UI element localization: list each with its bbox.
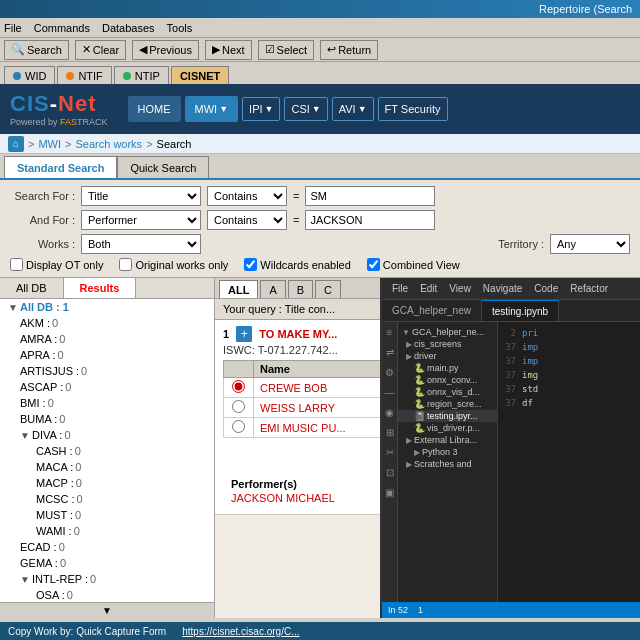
ide-tree-main[interactable]: 🐍 main.py [398,362,497,374]
results-tab-b[interactable]: B [288,280,313,298]
combined-view-checkbox[interactable] [367,258,380,271]
menu-tools[interactable]: Tools [167,22,193,34]
ide-menu-code[interactable]: Code [530,283,562,294]
search-for-select[interactable]: Title [81,186,201,206]
ide-menu-navigate[interactable]: Navigate [479,283,526,294]
breadcrumb-mwi[interactable]: MWI [38,138,61,150]
tree-item-macp[interactable]: MACP : 0 [0,475,214,491]
breadcrumb-search-works[interactable]: Search works [75,138,142,150]
tree-item-amra[interactable]: AMRA : 0 [0,331,214,347]
and-for-select[interactable]: Performer [81,210,201,230]
tree-item-buma[interactable]: BUMA : 0 [0,411,214,427]
ide-tree-cis-screens[interactable]: ▶ cis_screens [398,338,497,350]
tab-standard-search[interactable]: Standard Search [4,156,117,178]
radio-cell-2[interactable] [224,398,254,418]
ide-menu-refactor[interactable]: Refactor [566,283,612,294]
tree-item-artisjus[interactable]: ARTISJUS : 0 [0,363,214,379]
menu-databases[interactable]: Databases [102,22,155,34]
clear-button[interactable]: ✕ Clear [75,40,126,60]
ide-icon-grid[interactable]: ⊞ [384,426,396,438]
ide-tab-testing[interactable]: testing.ipynb [482,300,559,321]
tree-item-gema[interactable]: GEMA : 0 [0,555,214,571]
nav-csi[interactable]: CSI ▼ [284,97,327,121]
result-add-button[interactable]: + [236,326,252,342]
nav-ft-security[interactable]: FT Security [378,97,448,121]
ide-tree-region[interactable]: 🐍 region_scre... [398,398,497,410]
search-contains-1[interactable]: Contains [207,186,287,206]
ide-icon-explorer[interactable]: ≡ [384,326,396,338]
nav-ipi[interactable]: IPI ▼ [242,97,280,121]
ide-tree-testing[interactable]: 📓 testing.ipyr... [398,410,497,422]
ide-icon-scissors[interactable]: ✂ [384,446,396,458]
tab-cisnet[interactable]: CISNET [171,66,229,84]
tree-root-item[interactable]: ▼ All DB : 1 [0,299,214,315]
menu-file[interactable]: File [4,22,22,34]
tree-item-osa[interactable]: OSA : 0 [0,587,214,602]
ide-tree-onnx-conv[interactable]: 🐍 onnx_conv... [398,374,497,386]
search-contains-2[interactable]: Contains [207,210,287,230]
tree-item-must[interactable]: MUST : 0 [0,507,214,523]
tree-item-intl-rep[interactable]: ▼ INTL-REP : 0 [0,571,214,587]
tree-item-ecad[interactable]: ECAD : 0 [0,539,214,555]
wildcards-checkbox[interactable] [244,258,257,271]
bottom-link[interactable]: https://cisnet.cisac.org/C... [182,626,299,637]
results-tab-all[interactable]: ALL [219,280,258,298]
nav-avi[interactable]: AVI ▼ [332,97,374,121]
ide-tree-onnx-vis[interactable]: 🐍 onnx_vis_d... [398,386,497,398]
results-tab-c[interactable]: C [315,280,341,298]
ide-icon-circle[interactable]: ◉ [384,406,396,418]
tree-item-mcsc[interactable]: MCSC : 0 [0,491,214,507]
and-for-input[interactable] [305,210,435,230]
ide-menu-view[interactable]: View [445,283,475,294]
ide-icon-settings[interactable]: ⚙ [384,366,396,378]
next-button[interactable]: ▶ Next [205,40,252,60]
radio-cell-3[interactable] [224,418,254,438]
radio-weiss[interactable] [232,400,245,413]
ide-tab-gca[interactable]: GCA_helper_new [382,300,482,321]
tab-ntip[interactable]: NTIP [114,66,169,84]
panel-tab-alldb[interactable]: All DB [0,278,64,298]
tree-item-ascap[interactable]: ASCAP : 0 [0,379,214,395]
display-ot-checkbox-label[interactable]: Display OT only [10,258,103,271]
original-works-checkbox[interactable] [119,258,132,271]
ide-tree-python3[interactable]: ▶ Python 3 [398,446,497,458]
ide-tree-driver[interactable]: ▶ driver [398,350,497,362]
tree-item-wami[interactable]: WAMI : 0 [0,523,214,539]
result-title[interactable]: TO MAKE MY... [259,328,337,340]
home-icon[interactable]: ⌂ [8,136,24,152]
search-value-input[interactable] [305,186,435,206]
ide-tree-scratches[interactable]: ▶ Scratches and [398,458,497,470]
radio-emi[interactable] [232,420,245,433]
tree-item-akm[interactable]: AKM : 0 [0,315,214,331]
ide-menu-edit[interactable]: Edit [416,283,441,294]
works-select[interactable]: Both [81,234,201,254]
display-ot-checkbox[interactable] [10,258,23,271]
tree-item-diva[interactable]: ▼ DIVA : 0 [0,427,214,443]
tab-wid[interactable]: WID [4,66,55,84]
original-works-checkbox-label[interactable]: Original works only [119,258,228,271]
radio-cell-1[interactable] [224,378,254,398]
select-button[interactable]: ☑ Select [258,40,315,60]
panel-tab-results[interactable]: Results [64,278,137,298]
ide-tree-vis-driver[interactable]: 🐍 vis_driver.p... [398,422,497,434]
ide-icon-box[interactable]: ⊡ [384,466,396,478]
nav-mwi[interactable]: MWI ▼ [185,96,239,122]
ide-icon-run[interactable]: ⇌ [384,346,396,358]
ide-tree-root[interactable]: ▼ GCA_helper_ne... [398,326,497,338]
nav-home[interactable]: HOME [128,96,181,122]
radio-crewe[interactable] [232,380,245,393]
ide-tree-ext-libs[interactable]: ▶ External Libra... [398,434,497,446]
tab-ntif[interactable]: NTIF [57,66,111,84]
combined-view-checkbox-label[interactable]: Combined View [367,258,460,271]
results-tab-a[interactable]: A [260,280,285,298]
tree-item-cash[interactable]: CASH : 0 [0,443,214,459]
menu-commands[interactable]: Commands [34,22,90,34]
previous-button[interactable]: ◀ Previous [132,40,199,60]
tab-quick-search[interactable]: Quick Search [117,156,209,178]
tree-item-apra[interactable]: APRA : 0 [0,347,214,363]
panel-scroll-down[interactable]: ▼ [0,602,214,618]
ide-icon-minus[interactable]: — [384,386,396,398]
return-button[interactable]: ↩ Return [320,40,378,60]
wildcards-checkbox-label[interactable]: Wildcards enabled [244,258,351,271]
ide-icon-square[interactable]: ▣ [384,486,396,498]
